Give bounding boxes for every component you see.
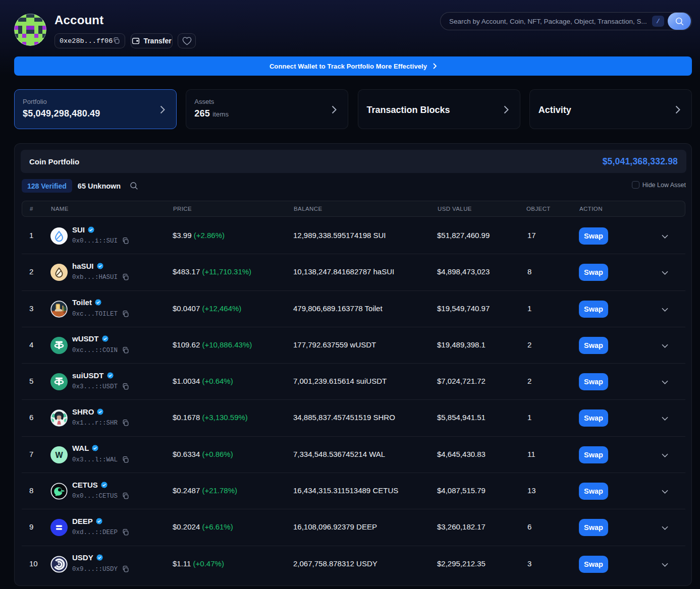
svg-text:W: W [55, 450, 63, 459]
